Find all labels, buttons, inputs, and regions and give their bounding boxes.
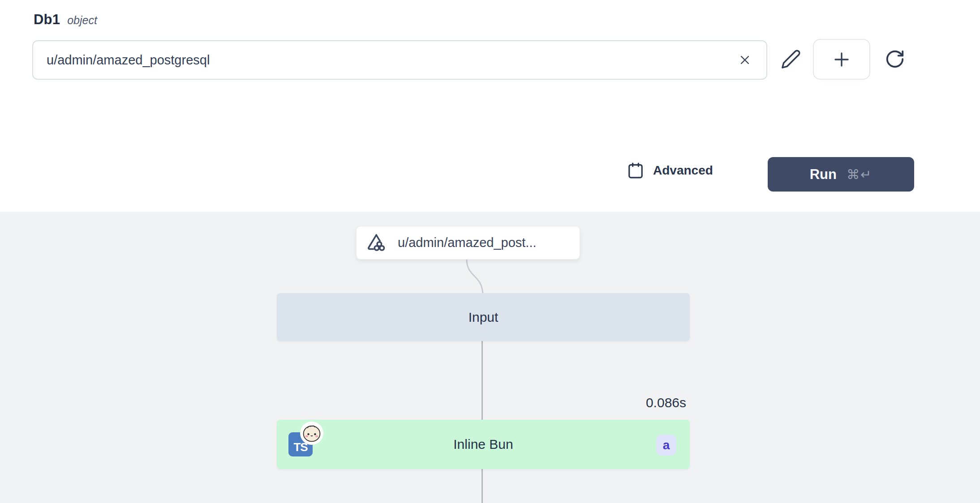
triangle-molecule-icon <box>365 232 388 254</box>
node-id-badge-label: a <box>663 438 670 452</box>
add-resource-button[interactable] <box>813 39 870 80</box>
input-node-label: Input <box>469 310 499 325</box>
input-node[interactable]: Input <box>277 293 690 341</box>
calendar-icon <box>627 162 644 179</box>
clear-button[interactable] <box>735 50 755 70</box>
bun-face-icon <box>300 422 323 445</box>
node-id-badge: a <box>656 435 676 456</box>
field-type: object <box>67 14 97 27</box>
inline-bun-node[interactable]: TS Inline Bun a <box>277 420 690 469</box>
run-shortcut-hint: ⌘↵ <box>847 167 872 182</box>
resource-chip[interactable]: u/admin/amazed_post... <box>356 226 580 260</box>
field-header: Db1 object <box>34 12 97 28</box>
edit-resource-button[interactable] <box>777 45 805 73</box>
run-label: Run <box>810 166 837 183</box>
advanced-label: Advanced <box>653 163 713 178</box>
edge-bun-downstream <box>481 469 483 503</box>
resource-path-input[interactable] <box>47 53 735 68</box>
edge-input-to-bun <box>481 340 483 420</box>
flow-canvas[interactable]: u/admin/amazed_post... Input 0.086s TS <box>0 212 980 503</box>
duration-label: 0.086s <box>646 395 686 410</box>
refresh-resource-button[interactable] <box>881 45 909 73</box>
resource-path-field <box>32 40 767 80</box>
rotate-cw-icon <box>885 49 905 69</box>
advanced-button[interactable]: Advanced <box>627 162 713 179</box>
x-icon <box>738 53 752 67</box>
flow-runner-page: Db1 object Advanced <box>0 0 980 503</box>
plus-icon <box>832 50 851 69</box>
resource-chip-label: u/admin/amazed_post... <box>398 235 537 250</box>
run-button[interactable]: Run ⌘↵ <box>768 157 914 192</box>
pencil-icon <box>781 49 801 69</box>
edge-resource-to-input <box>460 260 487 295</box>
inline-bun-node-label: Inline Bun <box>453 437 513 452</box>
field-name: Db1 <box>34 12 60 28</box>
